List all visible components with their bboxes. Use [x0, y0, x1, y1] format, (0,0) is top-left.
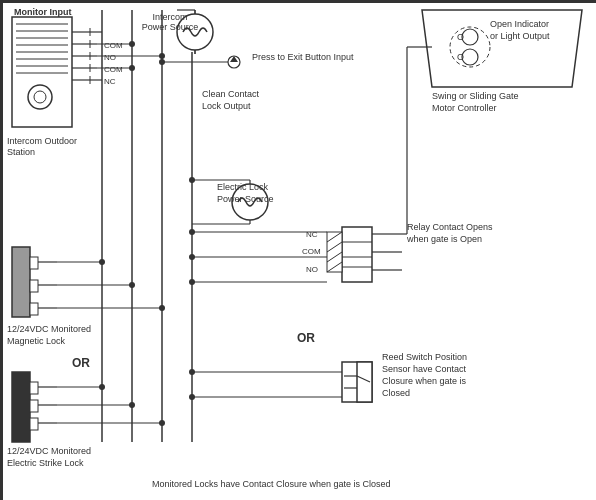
- svg-point-83: [159, 305, 165, 311]
- svg-rect-71: [12, 372, 30, 442]
- svg-point-99: [189, 394, 195, 400]
- svg-text:O: O: [457, 32, 464, 42]
- svg-point-89: [159, 420, 165, 426]
- svg-point-94: [189, 254, 195, 260]
- svg-point-98: [189, 369, 195, 375]
- svg-point-103: [462, 29, 478, 45]
- svg-text:NC: NC: [104, 77, 116, 86]
- svg-rect-66: [30, 280, 38, 292]
- svg-point-11: [34, 91, 46, 103]
- svg-text:Swing or Sliding Gate: Swing or Sliding Gate: [432, 91, 519, 101]
- svg-rect-51: [327, 232, 342, 272]
- svg-text:Lock Output: Lock Output: [202, 101, 251, 111]
- svg-text:Power Source: Power Source: [217, 194, 274, 204]
- svg-rect-47: [342, 227, 372, 282]
- svg-point-88: [129, 402, 135, 408]
- svg-text:Open Indicator: Open Indicator: [490, 19, 549, 29]
- svg-text:OR: OR: [72, 356, 90, 370]
- svg-text:Intercom: Intercom: [152, 12, 187, 22]
- svg-text:or Light Output: or Light Output: [490, 31, 550, 41]
- svg-text:Monitor Input: Monitor Input: [14, 7, 71, 17]
- svg-text:O: O: [457, 52, 464, 62]
- svg-point-87: [99, 384, 105, 390]
- svg-text:COM: COM: [302, 247, 321, 256]
- svg-text:Station: Station: [7, 147, 35, 157]
- svg-point-39: [129, 41, 135, 47]
- svg-rect-74: [30, 418, 38, 430]
- svg-text:OR: OR: [297, 331, 315, 345]
- svg-point-95: [189, 279, 195, 285]
- svg-point-82: [129, 282, 135, 288]
- svg-text:Power Source: Power Source: [142, 22, 199, 32]
- svg-text:NO: NO: [104, 53, 116, 62]
- svg-rect-1: [12, 17, 72, 127]
- wiring-diagram: O O Monitor Input COM NO COM NC Intercom…: [0, 0, 596, 500]
- svg-text:Magnetic Lock: Magnetic Lock: [7, 336, 66, 346]
- svg-point-102: [189, 177, 195, 183]
- svg-text:Electric Strike Lock: Electric Strike Lock: [7, 458, 84, 468]
- svg-rect-67: [30, 303, 38, 315]
- svg-point-40: [159, 53, 165, 59]
- svg-text:Press to Exit Button Input: Press to Exit Button Input: [252, 52, 354, 62]
- svg-text:COM: COM: [104, 41, 123, 50]
- svg-text:Clean Contact: Clean Contact: [202, 89, 260, 99]
- svg-rect-65: [30, 257, 38, 269]
- svg-text:Closed: Closed: [382, 388, 410, 398]
- svg-rect-73: [30, 400, 38, 412]
- svg-text:NC: NC: [306, 230, 318, 239]
- svg-point-43: [159, 59, 165, 65]
- svg-text:Intercom Outdoor: Intercom Outdoor: [7, 136, 77, 146]
- svg-text:NO: NO: [306, 265, 318, 274]
- svg-text:Motor Controller: Motor Controller: [432, 103, 497, 113]
- svg-text:12/24VDC Monitored: 12/24VDC Monitored: [7, 324, 91, 334]
- svg-text:Relay Contact Opens: Relay Contact Opens: [407, 222, 493, 232]
- svg-point-81: [99, 259, 105, 265]
- svg-rect-64: [12, 247, 30, 317]
- svg-text:Closure when gate is: Closure when gate is: [382, 376, 467, 386]
- svg-text:COM: COM: [104, 65, 123, 74]
- svg-point-93: [189, 229, 195, 235]
- svg-text:Monitored Locks have Contact C: Monitored Locks have Contact Closure whe…: [152, 479, 391, 489]
- svg-point-104: [462, 49, 478, 65]
- svg-text:when gate is Open: when gate is Open: [406, 234, 482, 244]
- svg-text:Sensor have Contact: Sensor have Contact: [382, 364, 467, 374]
- svg-rect-72: [30, 382, 38, 394]
- svg-text:12/24VDC Monitored: 12/24VDC Monitored: [7, 446, 91, 456]
- svg-point-41: [129, 65, 135, 71]
- svg-text:Reed Switch Position: Reed Switch Position: [382, 352, 467, 362]
- svg-text:Electric Lock: Electric Lock: [217, 182, 269, 192]
